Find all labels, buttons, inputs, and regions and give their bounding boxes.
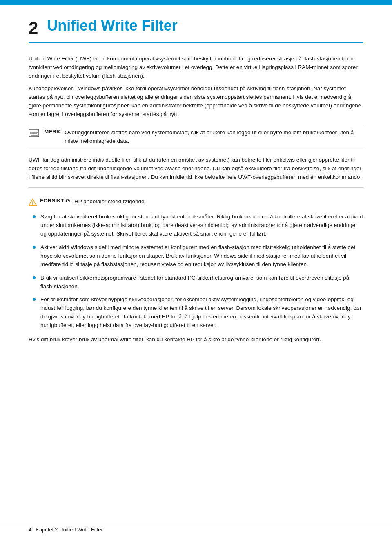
warning-intro: HP anbefaler sterkt følgende: (74, 198, 146, 206)
note-icon (29, 129, 40, 138)
top-bar (0, 0, 392, 5)
list-item: For bruksmåter som krever hyppige skrive… (29, 296, 363, 330)
bullet-text-1: Sørg for at skrivefilteret brukes riktig… (40, 213, 363, 238)
list-item: Bruk virtualisert sikkerhetsprogramvare … (29, 274, 363, 291)
bullet-dot (33, 215, 36, 218)
footer: 4 Kapittel 2 Unified Write Filter (0, 523, 392, 533)
footer-page-number: 4 (29, 527, 31, 533)
final-paragraph: Hvis ditt bruk krever bruk av unormal wr… (29, 336, 363, 344)
chapter-number: 2 (29, 17, 38, 37)
svg-point-8 (32, 204, 33, 205)
bullet-dot (33, 298, 36, 301)
bullet-text-2: Aktiver aldri Windows sidefil med mindre… (40, 243, 363, 269)
paragraph-3: UWF lar deg administrere individuelle fi… (29, 156, 363, 182)
list-item: Sørg for at skrivefilteret brukes riktig… (29, 213, 363, 238)
list-item: Aktiver aldri Windows sidefil med mindre… (29, 243, 363, 269)
paragraph-1: Unified Write Filter (UWF) er en kompone… (29, 55, 363, 80)
warning-icon (29, 198, 37, 206)
note-text: Overleggsbufferen slettes bare ved syste… (65, 129, 363, 146)
warning-label: FORSIKTIG: (40, 198, 72, 204)
svg-rect-2 (31, 132, 32, 134)
chapter-title: Unified Write Filter (47, 17, 177, 34)
chapter-header: 2 Unified Write Filter (29, 17, 363, 43)
bullet-dot (33, 276, 36, 279)
bullet-text-4: For bruksmåter som krever hyppige skrive… (40, 296, 363, 330)
paragraph-2: Kundeopplevelsen i Windows påvirkes ikke… (29, 84, 363, 119)
bullet-list: Sørg for at skrivefilteret brukes riktig… (29, 213, 363, 330)
footer-chapter-label: Kapittel 2 Unified Write Filter (36, 527, 103, 533)
page: 2 Unified Write Filter Unified Write Fil… (0, 0, 392, 540)
note-label: MERK: (44, 129, 62, 135)
bullet-dot (33, 246, 36, 249)
content: 2 Unified Write Filter Unified Write Fil… (0, 5, 392, 373)
note-box: MERK: Overleggsbufferen slettes bare ved… (29, 124, 363, 150)
section-divider (29, 187, 363, 188)
bullet-text-3: Bruk virtualisert sikkerhetsprogramvare … (40, 274, 363, 291)
warning-box: FORSIKTIG: HP anbefaler sterkt følgende: (29, 193, 363, 210)
